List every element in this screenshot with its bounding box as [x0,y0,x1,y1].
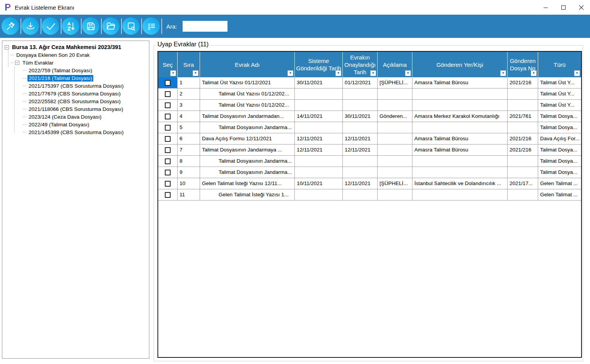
cell-turu: Talimat Dosya... [538,156,581,167]
chevron-down-icon: ▼ [532,71,535,75]
save-button[interactable] [82,17,99,35]
window-title: Evrak Listeleme Ekranı [15,4,74,11]
table-row[interactable]: 9Talimat Dosyasının Jandarma...Talimat D… [158,167,581,178]
filter-dropdown-sisteme_gonderildigi_tarih[interactable]: ▼ [335,70,341,76]
filter-dropdown-gonderen_dosya_no[interactable]: ▼ [531,70,537,76]
column-header-aciklama[interactable]: Açıklama▼ [378,52,412,77]
tree-item[interactable]: 2021/118066 (CBS Sorusturma Dosyası) [23,105,149,113]
filter-dropdown-gonderen_yer_kisi[interactable]: ▼ [500,70,506,76]
list-details-button[interactable] [142,17,160,35]
row-checkbox[interactable] [165,91,171,97]
cell-gonderen_yer_kisi [412,167,508,178]
cell-gonderen_yer_kisi [412,189,508,200]
select-cell [158,156,178,167]
cell-gonderen_dosya_no [508,88,538,99]
toolbar-separator [141,19,142,34]
cell-turu: Talimat Üst Y... [538,77,581,88]
table-row[interactable]: 3Talimat Üst Yazısı 01/12/202...Talimat … [158,100,581,111]
row-checkbox[interactable] [165,181,171,187]
table-row[interactable]: 11Gelen Talimat İsteği Yazısı 1...Gelen … [158,189,581,201]
filter-dropdown-evrakin_onaylandigi_tarih[interactable]: ▼ [370,70,376,76]
table-row[interactable]: 10Gelen Talimat İsteği Yazısı 12/11...10… [158,178,581,189]
cell-aciklama: Gönderen... [378,111,412,122]
uyap-evraklar-groupbox: Uyap Evraklar (11) Seç▼Sıra▼Evrak Adı▼Si… [154,45,583,361]
sort-button[interactable] [62,17,79,35]
cell-gonderen_yer_kisi: Amasra Talimat Bürosu [412,133,508,144]
column-header-sec[interactable]: Seç▼ [158,52,178,77]
cell-aciklama: [ŞÜPHELİ... [378,178,412,189]
cell-aciklama [378,88,412,99]
row-checkbox[interactable] [165,125,171,131]
tree-item[interactable]: 2021/77679 (CBS Sorusturma Dosyası) [23,90,149,97]
column-header-gonderen_dosya_no[interactable]: Gönderen Dosya No▼ [508,52,538,77]
filter-dropdown-sira[interactable]: ▼ [193,70,198,76]
row-checkbox[interactable] [165,170,171,175]
tree-item[interactable]: −Tüm Evraklar [11,59,149,66]
column-header-label: Evrak Adı [235,61,260,68]
cell-turu: Talimat Dosya... [538,122,581,133]
tree-item[interactable]: 2022/25582 (CBS Sorusturma Dosyası) [23,97,149,105]
row-checkbox[interactable] [165,80,171,86]
column-header-evrakin_onaylandigi_tarih[interactable]: Evrakın Onaylandığı Tarih▼ [343,52,378,77]
tree-item[interactable]: 2023/124 (Ceza Dava Dosyası) [23,113,149,121]
cell-aciklama [378,156,412,167]
table-row[interactable]: 6Dava Açılış Formu 12/11/202112/11/20211… [158,133,581,145]
row-checkbox[interactable] [165,192,171,198]
tree-item-label: Tüm Evraklar [21,60,55,66]
cell-sisteme_gonderildigi_tarih [295,156,343,167]
column-header-label: Sisteme Gönderildiği Tarih [296,57,341,72]
tree-item[interactable]: 2021/175397 (CBS Sorusturma Dosyası) [23,82,149,90]
close-button[interactable] [572,0,590,15]
filter-dropdown-evrak_adi[interactable]: ▼ [287,70,293,76]
chevron-down-icon: ▼ [337,71,340,75]
tree-item[interactable]: 2021/145399 (CBS Sorusturma Dosyası) [23,128,149,136]
toolbar-separator [161,19,162,34]
table-row[interactable]: 8Talimat Dosyasının Jandarma...Talimat D… [158,156,581,167]
approve-button[interactable] [42,17,59,35]
toolbar-separator [121,19,122,34]
column-header-sisteme_gonderildigi_tarih[interactable]: Sisteme Gönderildiği Tarih▼ [295,52,343,77]
search-input[interactable] [183,21,227,32]
minimize-button[interactable] [537,0,554,15]
column-header-turu[interactable]: Türü▼ [538,52,581,77]
row-checkbox[interactable] [165,136,171,142]
column-header-evrak_adi[interactable]: Evrak Adı▼ [200,52,295,77]
cell-aciklama [378,167,412,178]
maximize-button[interactable] [554,0,572,15]
tree-item[interactable]: Dosyaya Eklenen Son 20 Evrak [11,51,149,59]
cell-evrakin_onaylandigi_tarih [343,88,378,99]
cell-sira: 3 [178,100,200,111]
check-icon [45,21,56,32]
cell-evrakin_onaylandigi_tarih: 12/11/2021 [343,133,378,144]
row-checkbox[interactable] [165,114,171,119]
tree-collapse-icon[interactable]: − [15,61,19,65]
folder-open-icon [106,21,116,31]
filter-dropdown-aciklama[interactable]: ▼ [405,70,411,76]
cell-aciklama [378,133,412,144]
table-row[interactable]: 4Talimat Dosyasının Jandarmadan...14/11/… [158,111,581,122]
cell-sira: 11 [178,189,200,200]
table-row[interactable]: 2Talimat Üst Yazısı 01/12/202...Talimat … [158,88,581,100]
row-checkbox[interactable] [165,102,171,108]
tree-item[interactable]: −Bursa 13. Ağır Ceza Mahkemesi 2023/391 [5,43,149,51]
tree-item[interactable]: 2021/216 (Talimat Dosyası) [23,74,149,82]
filter-dropdown-turu[interactable]: ▼ [574,70,580,76]
open-folder-button[interactable] [102,17,120,35]
cell-turu: Talimat Dosya... [538,111,581,122]
column-header-gonderen_yer_kisi[interactable]: Gönderen Yer/Kişi▼ [412,52,508,77]
row-checkbox[interactable] [165,158,171,164]
document-search-button[interactable] [122,17,140,35]
tree-item[interactable]: 2022/759 (Talimat Dosyası) [23,66,149,74]
tree-item-label: 2021/175397 (CBS Sorusturma Dosyası) [27,83,125,89]
column-header-sira[interactable]: Sıra▼ [178,52,200,77]
table-row[interactable]: 5Talimat Dosyasının Jandarma...Talimat D… [158,122,581,133]
tree-collapse-icon[interactable]: − [5,45,9,49]
row-checkbox[interactable] [165,147,171,153]
table-row[interactable]: 1Talimat Üst Yazısı 01/12/202130/11/2021… [158,77,581,88]
table-row[interactable]: 7Talimat Dosyasının Jandarmaya ...12/11/… [158,145,581,156]
window-controls [537,0,590,15]
filter-dropdown-sec[interactable]: ▼ [170,70,176,76]
tree-item[interactable]: 2022/49 (Talimat Dosyası) [23,121,149,128]
pin-button[interactable] [2,17,19,35]
download-button[interactable] [22,17,39,35]
